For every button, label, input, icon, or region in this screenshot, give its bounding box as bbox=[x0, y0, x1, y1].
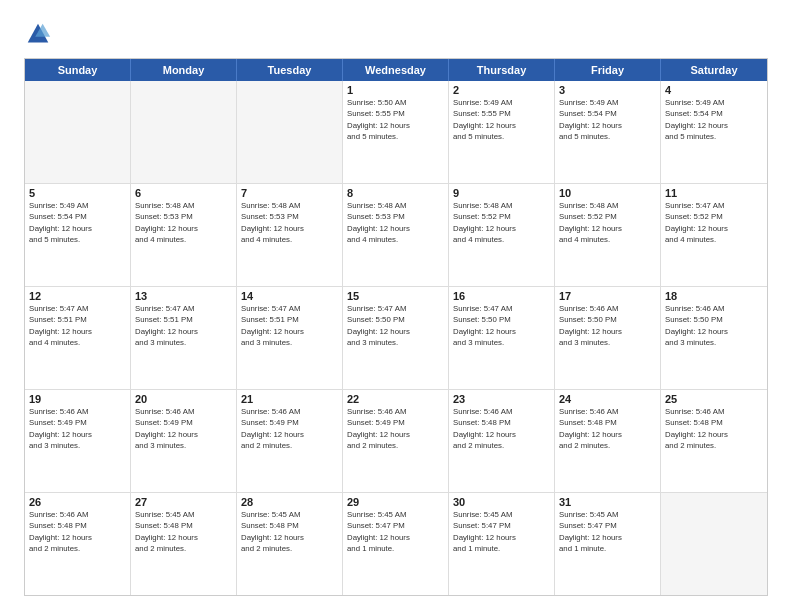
calendar-cell: 20Sunrise: 5:46 AM Sunset: 5:49 PM Dayli… bbox=[131, 390, 237, 492]
calendar-cell: 23Sunrise: 5:46 AM Sunset: 5:48 PM Dayli… bbox=[449, 390, 555, 492]
weekday-header: Wednesday bbox=[343, 59, 449, 81]
cell-info: Sunrise: 5:49 AM Sunset: 5:54 PM Dayligh… bbox=[665, 97, 763, 142]
cell-info: Sunrise: 5:46 AM Sunset: 5:50 PM Dayligh… bbox=[559, 303, 656, 348]
cell-info: Sunrise: 5:47 AM Sunset: 5:50 PM Dayligh… bbox=[347, 303, 444, 348]
calendar-row: 26Sunrise: 5:46 AM Sunset: 5:48 PM Dayli… bbox=[25, 493, 767, 595]
cell-info: Sunrise: 5:46 AM Sunset: 5:48 PM Dayligh… bbox=[453, 406, 550, 451]
calendar-cell: 11Sunrise: 5:47 AM Sunset: 5:52 PM Dayli… bbox=[661, 184, 767, 286]
calendar-row: 12Sunrise: 5:47 AM Sunset: 5:51 PM Dayli… bbox=[25, 287, 767, 390]
calendar-cell: 7Sunrise: 5:48 AM Sunset: 5:53 PM Daylig… bbox=[237, 184, 343, 286]
day-number: 29 bbox=[347, 496, 444, 508]
day-number: 21 bbox=[241, 393, 338, 405]
cell-info: Sunrise: 5:46 AM Sunset: 5:49 PM Dayligh… bbox=[347, 406, 444, 451]
cell-info: Sunrise: 5:46 AM Sunset: 5:49 PM Dayligh… bbox=[135, 406, 232, 451]
calendar-cell: 13Sunrise: 5:47 AM Sunset: 5:51 PM Dayli… bbox=[131, 287, 237, 389]
cell-info: Sunrise: 5:45 AM Sunset: 5:47 PM Dayligh… bbox=[453, 509, 550, 554]
day-number: 13 bbox=[135, 290, 232, 302]
calendar-cell: 1Sunrise: 5:50 AM Sunset: 5:55 PM Daylig… bbox=[343, 81, 449, 183]
calendar-row: 1Sunrise: 5:50 AM Sunset: 5:55 PM Daylig… bbox=[25, 81, 767, 184]
calendar-cell: 12Sunrise: 5:47 AM Sunset: 5:51 PM Dayli… bbox=[25, 287, 131, 389]
calendar-cell: 5Sunrise: 5:49 AM Sunset: 5:54 PM Daylig… bbox=[25, 184, 131, 286]
calendar-cell: 17Sunrise: 5:46 AM Sunset: 5:50 PM Dayli… bbox=[555, 287, 661, 389]
calendar-cell: 4Sunrise: 5:49 AM Sunset: 5:54 PM Daylig… bbox=[661, 81, 767, 183]
calendar-row: 5Sunrise: 5:49 AM Sunset: 5:54 PM Daylig… bbox=[25, 184, 767, 287]
calendar: SundayMondayTuesdayWednesdayThursdayFrid… bbox=[24, 58, 768, 596]
calendar-cell: 10Sunrise: 5:48 AM Sunset: 5:52 PM Dayli… bbox=[555, 184, 661, 286]
day-number: 19 bbox=[29, 393, 126, 405]
day-number: 24 bbox=[559, 393, 656, 405]
calendar-cell: 26Sunrise: 5:46 AM Sunset: 5:48 PM Dayli… bbox=[25, 493, 131, 595]
calendar-header: SundayMondayTuesdayWednesdayThursdayFrid… bbox=[25, 59, 767, 81]
cell-info: Sunrise: 5:45 AM Sunset: 5:48 PM Dayligh… bbox=[241, 509, 338, 554]
day-number: 5 bbox=[29, 187, 126, 199]
cell-info: Sunrise: 5:48 AM Sunset: 5:53 PM Dayligh… bbox=[241, 200, 338, 245]
calendar-cell: 18Sunrise: 5:46 AM Sunset: 5:50 PM Dayli… bbox=[661, 287, 767, 389]
cell-info: Sunrise: 5:47 AM Sunset: 5:51 PM Dayligh… bbox=[29, 303, 126, 348]
cell-info: Sunrise: 5:48 AM Sunset: 5:52 PM Dayligh… bbox=[559, 200, 656, 245]
weekday-header: Thursday bbox=[449, 59, 555, 81]
day-number: 8 bbox=[347, 187, 444, 199]
day-number: 14 bbox=[241, 290, 338, 302]
day-number: 27 bbox=[135, 496, 232, 508]
cell-info: Sunrise: 5:47 AM Sunset: 5:50 PM Dayligh… bbox=[453, 303, 550, 348]
day-number: 25 bbox=[665, 393, 763, 405]
day-number: 22 bbox=[347, 393, 444, 405]
day-number: 9 bbox=[453, 187, 550, 199]
logo bbox=[24, 20, 56, 48]
day-number: 3 bbox=[559, 84, 656, 96]
calendar-body: 1Sunrise: 5:50 AM Sunset: 5:55 PM Daylig… bbox=[25, 81, 767, 595]
calendar-cell: 15Sunrise: 5:47 AM Sunset: 5:50 PM Dayli… bbox=[343, 287, 449, 389]
cell-info: Sunrise: 5:49 AM Sunset: 5:54 PM Dayligh… bbox=[559, 97, 656, 142]
cell-info: Sunrise: 5:45 AM Sunset: 5:47 PM Dayligh… bbox=[347, 509, 444, 554]
calendar-cell bbox=[237, 81, 343, 183]
calendar-cell bbox=[661, 493, 767, 595]
cell-info: Sunrise: 5:49 AM Sunset: 5:55 PM Dayligh… bbox=[453, 97, 550, 142]
cell-info: Sunrise: 5:46 AM Sunset: 5:50 PM Dayligh… bbox=[665, 303, 763, 348]
calendar-cell bbox=[25, 81, 131, 183]
calendar-cell: 16Sunrise: 5:47 AM Sunset: 5:50 PM Dayli… bbox=[449, 287, 555, 389]
calendar-cell: 25Sunrise: 5:46 AM Sunset: 5:48 PM Dayli… bbox=[661, 390, 767, 492]
day-number: 1 bbox=[347, 84, 444, 96]
calendar-cell: 21Sunrise: 5:46 AM Sunset: 5:49 PM Dayli… bbox=[237, 390, 343, 492]
calendar-cell: 9Sunrise: 5:48 AM Sunset: 5:52 PM Daylig… bbox=[449, 184, 555, 286]
cell-info: Sunrise: 5:46 AM Sunset: 5:49 PM Dayligh… bbox=[241, 406, 338, 451]
cell-info: Sunrise: 5:46 AM Sunset: 5:48 PM Dayligh… bbox=[29, 509, 126, 554]
day-number: 30 bbox=[453, 496, 550, 508]
day-number: 7 bbox=[241, 187, 338, 199]
weekday-header: Saturday bbox=[661, 59, 767, 81]
cell-info: Sunrise: 5:46 AM Sunset: 5:49 PM Dayligh… bbox=[29, 406, 126, 451]
day-number: 17 bbox=[559, 290, 656, 302]
cell-info: Sunrise: 5:50 AM Sunset: 5:55 PM Dayligh… bbox=[347, 97, 444, 142]
calendar-cell bbox=[131, 81, 237, 183]
weekday-header: Friday bbox=[555, 59, 661, 81]
calendar-cell: 27Sunrise: 5:45 AM Sunset: 5:48 PM Dayli… bbox=[131, 493, 237, 595]
cell-info: Sunrise: 5:48 AM Sunset: 5:52 PM Dayligh… bbox=[453, 200, 550, 245]
cell-info: Sunrise: 5:48 AM Sunset: 5:53 PM Dayligh… bbox=[347, 200, 444, 245]
page: SundayMondayTuesdayWednesdayThursdayFrid… bbox=[0, 0, 792, 612]
day-number: 6 bbox=[135, 187, 232, 199]
day-number: 31 bbox=[559, 496, 656, 508]
calendar-cell: 14Sunrise: 5:47 AM Sunset: 5:51 PM Dayli… bbox=[237, 287, 343, 389]
cell-info: Sunrise: 5:45 AM Sunset: 5:48 PM Dayligh… bbox=[135, 509, 232, 554]
calendar-cell: 31Sunrise: 5:45 AM Sunset: 5:47 PM Dayli… bbox=[555, 493, 661, 595]
day-number: 18 bbox=[665, 290, 763, 302]
calendar-cell: 28Sunrise: 5:45 AM Sunset: 5:48 PM Dayli… bbox=[237, 493, 343, 595]
calendar-cell: 3Sunrise: 5:49 AM Sunset: 5:54 PM Daylig… bbox=[555, 81, 661, 183]
calendar-cell: 30Sunrise: 5:45 AM Sunset: 5:47 PM Dayli… bbox=[449, 493, 555, 595]
day-number: 12 bbox=[29, 290, 126, 302]
calendar-row: 19Sunrise: 5:46 AM Sunset: 5:49 PM Dayli… bbox=[25, 390, 767, 493]
cell-info: Sunrise: 5:49 AM Sunset: 5:54 PM Dayligh… bbox=[29, 200, 126, 245]
cell-info: Sunrise: 5:46 AM Sunset: 5:48 PM Dayligh… bbox=[559, 406, 656, 451]
day-number: 2 bbox=[453, 84, 550, 96]
logo-icon bbox=[24, 20, 52, 48]
calendar-cell: 29Sunrise: 5:45 AM Sunset: 5:47 PM Dayli… bbox=[343, 493, 449, 595]
calendar-cell: 2Sunrise: 5:49 AM Sunset: 5:55 PM Daylig… bbox=[449, 81, 555, 183]
cell-info: Sunrise: 5:47 AM Sunset: 5:52 PM Dayligh… bbox=[665, 200, 763, 245]
calendar-cell: 19Sunrise: 5:46 AM Sunset: 5:49 PM Dayli… bbox=[25, 390, 131, 492]
cell-info: Sunrise: 5:46 AM Sunset: 5:48 PM Dayligh… bbox=[665, 406, 763, 451]
cell-info: Sunrise: 5:45 AM Sunset: 5:47 PM Dayligh… bbox=[559, 509, 656, 554]
header bbox=[24, 20, 768, 48]
cell-info: Sunrise: 5:47 AM Sunset: 5:51 PM Dayligh… bbox=[135, 303, 232, 348]
day-number: 10 bbox=[559, 187, 656, 199]
calendar-cell: 8Sunrise: 5:48 AM Sunset: 5:53 PM Daylig… bbox=[343, 184, 449, 286]
